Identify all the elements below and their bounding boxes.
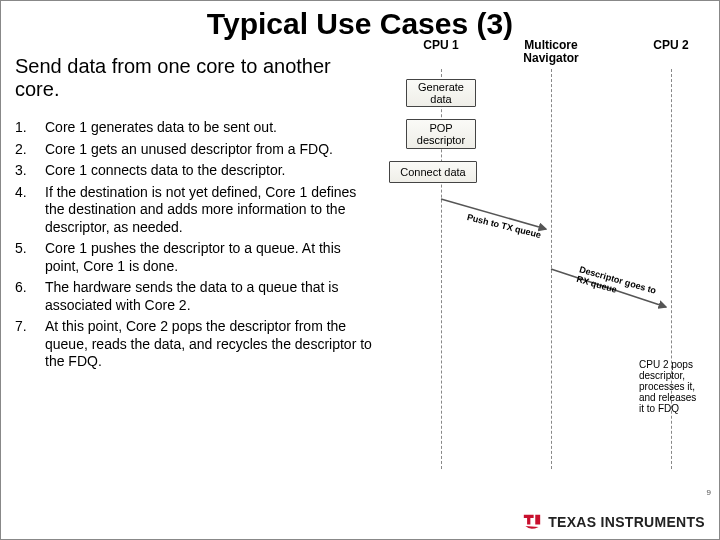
col-cpu2: CPU 2 <box>641 39 701 52</box>
box-connect: Connect data <box>389 161 477 183</box>
list-item: 5.Core 1 pushes the descriptor to a queu… <box>15 240 373 275</box>
brand-footer: TEXAS INSTRUMENTS <box>522 513 705 531</box>
brand-text: TEXAS INSTRUMENTS <box>548 514 705 530</box>
steps-list: 1.Core 1 generates data to be sent out. … <box>15 119 373 375</box>
col-cpu1: CPU 1 <box>411 39 471 52</box>
box-pop: POP descriptor <box>406 119 476 149</box>
cpu2-action: CPU 2 pops descriptor, processes it, and… <box>639 359 711 414</box>
slide-title: Typical Use Cases (3) <box>1 1 719 41</box>
slide: Typical Use Cases (3) Send data from one… <box>0 0 720 540</box>
col-nav: Multicore Navigator <box>511 39 591 65</box>
list-item: 4.If the destination is not yet defined,… <box>15 184 373 237</box>
ti-logo-icon <box>522 513 542 531</box>
box-generate: Generate data <box>406 79 476 107</box>
flow-diagram: CPU 1 Multicore Navigator CPU 2 Generate… <box>381 39 711 499</box>
page-number: 9 <box>707 488 711 497</box>
list-item: 3.Core 1 connects data to the descriptor… <box>15 162 373 180</box>
arrow-push-tx <box>441 199 561 239</box>
list-item: 1.Core 1 generates data to be sent out. <box>15 119 373 137</box>
list-item: 6.The hardware sends the data to a queue… <box>15 279 373 314</box>
slide-subtitle: Send data from one core to another core. <box>15 55 335 101</box>
list-item: 2.Core 1 gets an unused descriptor from … <box>15 141 373 159</box>
list-item: 7.At this point, Core 2 pops the descrip… <box>15 318 373 371</box>
